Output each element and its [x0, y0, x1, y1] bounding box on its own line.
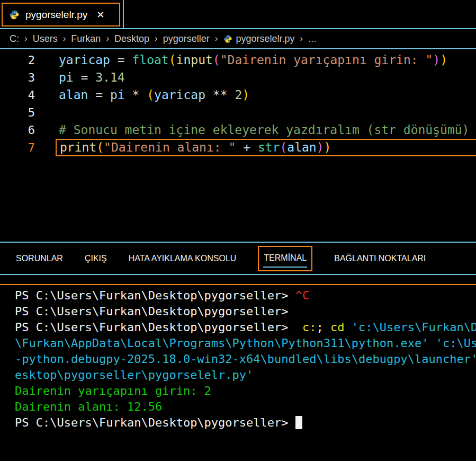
breadcrumb-separator: ›	[215, 33, 218, 44]
code-editor[interactable]: 2yaricap = float(input("Dairenin yarıçap…	[0, 49, 476, 242]
breadcrumb: C:›Users›Furkan›Desktop›pygorseller› pyg…	[0, 29, 476, 49]
line-number: 5	[0, 104, 35, 121]
terminal-line: Dairenin alanı: 12.56	[15, 399, 476, 415]
close-icon[interactable]: ✕	[96, 9, 104, 21]
editor-tab-bar: pygorselelr.py ✕	[0, 0, 476, 29]
breadcrumb-separator: ›	[300, 33, 303, 44]
terminal-line: PS C:\Users\Furkan\Desktop\pygorseller> …	[15, 320, 476, 335]
breadcrumb-item[interactable]: ...	[308, 33, 316, 45]
terminal-cursor	[295, 416, 302, 429]
code-line[interactable]: 4alan = pi * (yaricap ** 2)	[0, 86, 476, 104]
line-number: 6	[0, 121, 35, 139]
line-number: 7	[0, 139, 35, 156]
breadcrumb-item[interactable]: pygorseller	[163, 33, 210, 45]
vscode-window: pygorselelr.py ✕ C:›Users›Furkan›Desktop…	[0, 0, 476, 431]
code-text: # Sonucu metin içine ekleyerek yazdıralı…	[56, 121, 476, 139]
panel-tab[interactable]: BAĞLANTI NOKTALARI	[334, 254, 426, 263]
code-line[interactable]: 2yaricap = float(input("Dairenin yarıçap…	[0, 51, 476, 69]
code-line[interactable]: 6# Sonucu metin içine ekleyerek yazdıral…	[0, 121, 476, 139]
terminal[interactable]: PS C:\Users\Furkan\Desktop\pygorseller> …	[0, 284, 476, 431]
terminal-line: -python.debugpy-2025.18.0-win32-x64\bund…	[15, 351, 476, 367]
code-line[interactable]: 5	[0, 104, 476, 121]
active-tab-underline	[263, 267, 307, 268]
terminal-line: \Furkan\AppData\Local\Programs\Python\Py…	[15, 335, 476, 351]
panel-tab[interactable]: TERMİNAL	[258, 246, 312, 271]
terminal-line: PS C:\Users\Furkan\Desktop\pygorseller> …	[15, 288, 476, 304]
panel-tab[interactable]: HATA AYIKLAMA KONSOLU	[129, 254, 237, 263]
breadcrumb-separator: ›	[155, 33, 158, 44]
code-text: pi = 3.14	[56, 69, 476, 86]
breadcrumb-item[interactable]: Users	[33, 33, 58, 45]
code-text	[56, 104, 476, 121]
breadcrumb-item[interactable]: pygorselelr.py	[223, 33, 295, 45]
code-text: print("Dairenin alanı: " + str(alan))	[56, 139, 476, 156]
breadcrumb-separator: ›	[106, 33, 109, 44]
breadcrumb-separator: ›	[63, 33, 66, 44]
editor-tab[interactable]: pygorselelr.py ✕	[2, 3, 120, 26]
python-icon	[223, 34, 232, 43]
panel-tab[interactable]: SORUNLAR	[16, 254, 63, 263]
terminal-line: esktop\pygorseller\pygorselelr.py'	[15, 367, 476, 383]
panel-tab[interactable]: ÇIKIŞ	[85, 254, 107, 263]
breadcrumb-item[interactable]: Furkan	[71, 33, 101, 45]
terminal-line: PS C:\Users\Furkan\Desktop\pygorseller>	[15, 415, 476, 431]
terminal-line: PS C:\Users\Furkan\Desktop\pygorseller>	[15, 304, 476, 320]
breadcrumb-item[interactable]: C:	[10, 33, 19, 45]
code-text: yaricap = float(input("Dairenin yarıçapı…	[56, 51, 476, 69]
panel-tab-bar: SORUNLARÇIKIŞHATA AYIKLAMA KONSOLUTERMİN…	[0, 242, 476, 275]
panel-gap	[0, 275, 476, 284]
code-line[interactable]: 7print("Dairenin alanı: " + str(alan))	[0, 139, 476, 156]
code-line[interactable]: 3pi = 3.14	[0, 69, 476, 86]
python-icon	[9, 10, 20, 20]
code-text: alan = pi * (yaricap ** 2)	[56, 86, 476, 104]
terminal-line: Dairenin yarıçapını girin: 2	[15, 383, 476, 399]
tab-separator	[123, 0, 124, 29]
line-number: 4	[0, 86, 35, 104]
line-number: 3	[0, 69, 35, 86]
breadcrumb-separator: ›	[24, 33, 28, 44]
tab-label: pygorselelr.py	[25, 9, 87, 21]
line-number: 2	[0, 51, 35, 69]
breadcrumb-item[interactable]: Desktop	[114, 33, 149, 45]
